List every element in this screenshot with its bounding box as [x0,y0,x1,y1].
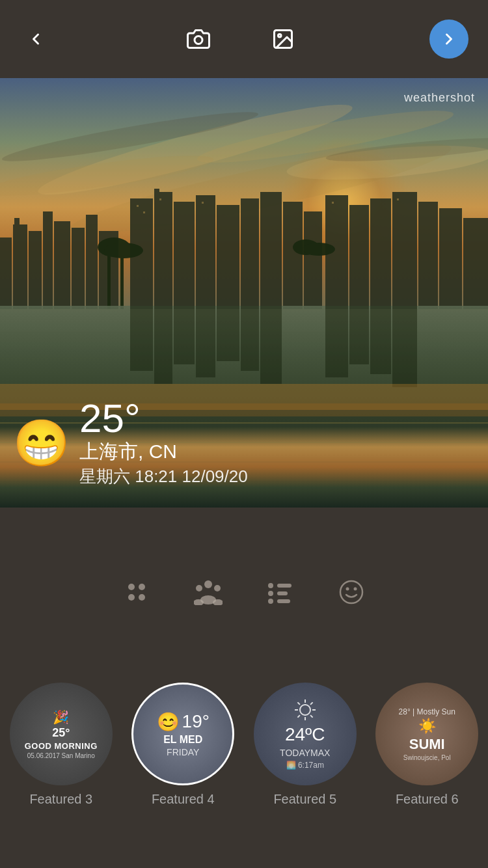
svg-rect-51 [196,306,215,377]
grid-widget-icon[interactable] [117,573,156,612]
svg-point-0 [195,36,202,44]
svg-rect-15 [54,221,70,309]
svg-rect-13 [29,231,42,309]
svg-point-84 [300,705,310,715]
svg-rect-40 [332,202,334,204]
featured-4-content: 😊 19° EL MED FRIDAY [157,685,210,783]
list-widget-icon[interactable] [260,573,299,612]
svg-rect-16 [72,228,85,309]
weather-emoji: 😁 [13,420,70,466]
svg-rect-52 [217,306,239,361]
featured-4-emoji: 😊 [157,711,180,733]
featured-thumb-4[interactable]: 😊 19° EL MED FRIDAY [131,683,234,785]
svg-rect-50 [174,306,195,364]
weather-location: 上海市, CN [79,439,248,465]
featured-6-location: Swinoujscie, Pol [403,754,451,761]
buildings-svg [0,179,488,309]
next-button[interactable] [429,20,468,59]
featured-row: 🎉 25° GOOD MORNING 05.06.2017 San Marino… [0,676,488,868]
weather-image: weathershot 😁 25° 上海市, CN 星期六 18:21 12/0… [0,78,488,508]
svg-rect-21 [154,189,159,195]
svg-rect-36 [137,205,139,207]
featured-item-4[interactable]: 😊 19° EL MED FRIDAY Featured 4 [122,683,245,807]
featured-item-3[interactable]: 🎉 25° GOOD MORNING 05.06.2017 San Marino… [0,683,122,807]
svg-point-70 [196,585,202,591]
svg-rect-56 [349,306,369,364]
camera-button[interactable] [182,23,215,55]
svg-point-2 [278,34,282,38]
svg-rect-54 [260,306,282,384]
weather-bg: weathershot 😁 25° 上海市, CN 星期六 18:21 12/0… [0,78,488,508]
svg-point-45 [303,243,335,256]
featured-thumb-3[interactable]: 🎉 25° GOOD MORNING 05.06.2017 San Marino [10,683,113,785]
featured-4-row: 😊 19° [157,711,210,733]
svg-rect-47 [120,252,124,309]
svg-rect-35 [463,218,488,309]
toolbar [0,0,488,78]
svg-point-83 [354,588,357,591]
svg-point-71 [214,585,221,591]
svg-rect-57 [370,306,391,374]
svg-rect-58 [392,306,417,387]
svg-point-77 [268,599,273,604]
gallery-button[interactable] [267,23,299,55]
featured-4-temp: 19° [182,711,210,732]
svg-rect-49 [154,306,172,384]
svg-point-66 [139,584,145,590]
featured-5-temp: 24ºC [285,724,325,745]
featured-3-title: GOOD MORNING [25,741,98,751]
svg-point-82 [346,588,349,591]
featured-6-city: SUMI [409,736,445,753]
svg-rect-46 [107,249,111,309]
featured-thumb-6[interactable]: 28° | Mostly Sun ☀️ SUMI Swinoujscie, Po… [375,683,478,785]
svg-rect-26 [260,192,282,309]
sun-icon [293,698,317,722]
featured-5-label: Featured 5 [273,792,336,807]
svg-point-67 [128,594,135,601]
featured-thumb-5[interactable]: 24ºC TODAYMAX 🌅 6:17am [254,683,357,785]
svg-rect-27 [283,202,303,309]
svg-line-89 [297,702,300,705]
svg-rect-12 [14,218,20,224]
svg-rect-23 [196,195,215,309]
featured-6-label: Featured 6 [396,792,459,807]
featured-5-sunrise: 🌅 6:17am [286,761,324,770]
weather-info: 😁 25° 上海市, CN 星期六 18:21 12/09/20 [13,398,248,488]
svg-point-68 [139,594,145,601]
svg-rect-38 [159,198,161,200]
featured-3-date: 05.06.2017 San Marino [27,752,95,759]
people-widget-icon[interactable] [189,573,228,612]
featured-3-label: Featured 3 [29,792,92,807]
svg-rect-25 [241,198,259,309]
featured-4-day: FRIDAY [167,747,199,757]
svg-point-81 [340,581,362,603]
featured-item-6[interactable]: 28° | Mostly Sun ☀️ SUMI Swinoujscie, Po… [366,683,489,807]
svg-line-92 [297,715,300,718]
brand-text: weathershot [404,91,475,105]
svg-point-76 [268,591,273,596]
weather-temperature: 25° [79,398,248,439]
featured-6-info: 28° | Mostly Sun [399,707,455,716]
featured-5-today: TODAYMAX [280,748,330,758]
widget-icons [117,573,371,612]
back-button[interactable] [20,23,52,55]
weather-datetime: 星期六 18:21 12/09/20 [79,465,248,488]
svg-rect-55 [325,306,348,377]
svg-rect-14 [43,211,53,309]
weather-temp-location: 25° 上海市, CN 星期六 18:21 12/09/20 [79,398,248,488]
svg-rect-30 [349,205,369,309]
svg-rect-10 [0,237,12,309]
svg-rect-11 [13,224,27,309]
svg-rect-41 [397,198,399,200]
featured-3-content: 🎉 25° GOOD MORNING 05.06.2017 San Marino [25,683,98,785]
svg-rect-37 [143,211,145,213]
emoji-widget-icon[interactable] [332,573,371,612]
featured-item-5[interactable]: 24ºC TODAYMAX 🌅 6:17am Featured 5 [244,683,366,807]
svg-rect-53 [241,306,259,371]
svg-rect-20 [154,192,172,309]
svg-point-75 [268,583,273,588]
svg-point-69 [204,580,212,588]
svg-rect-33 [418,202,438,309]
svg-rect-79 [277,591,288,595]
svg-rect-80 [277,599,290,603]
